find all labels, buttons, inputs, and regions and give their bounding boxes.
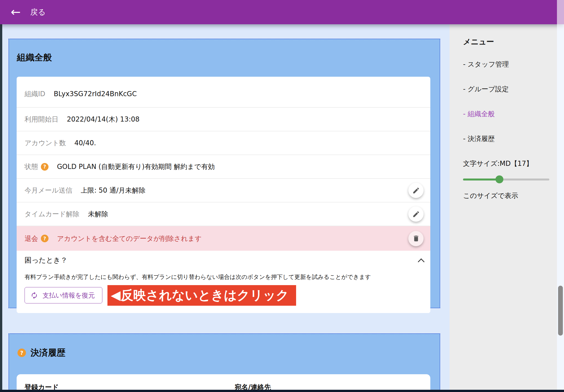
org-id-label: 組織ID (25, 89, 45, 98)
organization-card: 組織全般 組織ID BLyx3SG72rId24BnKcGC 利用開始日 202… (8, 39, 440, 308)
sidebar-item-payment[interactable]: - 決済履歴 (463, 134, 557, 143)
start-date-value: 2022/04/14(木) 13:08 (67, 115, 140, 124)
edit-mail-quota-button[interactable] (408, 183, 424, 198)
status-help-icon[interactable]: ? (41, 163, 49, 171)
troubleshoot-help-text: 有料プラン手続きが完了したにも関わらず、有料プランに切り替わらない場合は次のボタ… (25, 273, 424, 281)
mail-quota-label: 今月メール送信 (25, 186, 72, 195)
table-row-troubleshoot[interactable]: 困ったとき？ (17, 251, 430, 269)
sidebar-title: メニュー (463, 37, 557, 47)
payment-history-card: ? 決済履歴 登録カード 宛名/連絡先 (8, 333, 440, 392)
payment-history-help-icon[interactable]: ? (17, 349, 26, 357)
troubleshoot-label: 困ったとき？ (25, 256, 67, 265)
organization-table: 組織ID BLyx3SG72rId24BnKcGC 利用開始日 2022/04/… (17, 77, 430, 313)
scrollbar-track[interactable] (557, 0, 564, 392)
click-here-annotation-banner: ◀反映されないときはクリック (107, 285, 296, 306)
chevron-up-icon[interactable] (418, 258, 424, 265)
payment-history-title: 決済履歴 (30, 347, 65, 359)
start-date-label: 利用開始日 (25, 115, 58, 124)
status-value: GOLD PLAN (自動更新有り)有効期間 解約まで有効 (57, 162, 215, 171)
back-arrow-icon[interactable]: ← (11, 6, 21, 18)
timecard-label: タイムカード解除 (25, 210, 80, 219)
troubleshoot-actions: 支払い情報を復元 ◀反映されないときはクリック (25, 285, 424, 306)
table-row-org-id: 組織ID BLyx3SG72rId24BnKcGC (17, 81, 430, 108)
table-row-start-date: 利用開始日 2022/04/14(木) 13:08 (17, 108, 430, 131)
withdraw-warning-text: アカウントを含む全てのデータが削除されます (57, 234, 202, 243)
refresh-icon (30, 292, 38, 299)
pencil-icon (412, 187, 420, 194)
sidebar-menu: メニュー - スタッフ管理 - グループ設定 - 組織全般 - 決済履歴 文字サ… (450, 24, 557, 392)
edit-timecard-button[interactable] (408, 206, 424, 222)
restore-payment-button[interactable]: 支払い情報を復元 (25, 287, 102, 303)
table-row-status: 状態 ? GOLD PLAN (自動更新有り)有効期間 解約まで有効 (17, 155, 430, 179)
sidebar-item-group[interactable]: - グループ設定 (463, 85, 557, 94)
trash-icon (412, 235, 420, 242)
withdraw-help-icon[interactable]: ? (41, 235, 49, 242)
table-row-withdraw: 退会 ? アカウントを含む全てのデータが削除されます (17, 226, 430, 251)
table-row-mail-quota: 今月メール送信 上限: 50 通/月未解除 (17, 179, 430, 202)
troubleshoot-help-block: 有料プラン手続きが完了したにも関わらず、有料プランに切り替わらない場合は次のボタ… (17, 269, 430, 313)
account-count-label: アカウント数 (25, 138, 66, 147)
account-count-value: 40/40. (74, 139, 96, 147)
apply-size-label: このサイズで表示 (463, 191, 557, 200)
table-row-account-count: アカウント数 40/40. (17, 131, 430, 155)
restore-payment-button-label: 支払い情報を復元 (43, 291, 95, 300)
status-label: 状態 (25, 162, 38, 171)
timecard-value: 未解除 (88, 210, 108, 219)
app-header: ← 戻る (0, 0, 564, 24)
organization-card-title: 組織全般 (17, 52, 52, 63)
scrollbar-thumb[interactable] (558, 286, 563, 336)
payment-history-header: ? 決済履歴 (17, 347, 65, 359)
withdraw-label: 退会 (25, 234, 38, 243)
pencil-icon (412, 210, 420, 218)
slider-thumb[interactable] (495, 175, 503, 183)
sidebar-item-organization[interactable]: - 組織全般 (463, 109, 557, 118)
mail-quota-value: 上限: 50 通/月未解除 (81, 186, 146, 195)
payment-history-table: 登録カード 宛名/連絡先 (17, 374, 430, 392)
font-size-slider[interactable] (463, 175, 549, 183)
font-size-label: 文字サイズ:MD【17】 (463, 159, 557, 168)
back-button[interactable]: 戻る (30, 7, 46, 17)
window-bottom-edge (0, 390, 564, 392)
table-row-timecard: タイムカード解除 未解除 (17, 202, 430, 226)
sidebar-item-staff[interactable]: - スタッフ管理 (463, 60, 557, 69)
delete-organization-button[interactable] (408, 231, 424, 246)
window-left-edge (0, 24, 2, 392)
slider-fill (463, 179, 499, 180)
org-id-value: BLyx3SG72rId24BnKcGC (54, 90, 137, 98)
